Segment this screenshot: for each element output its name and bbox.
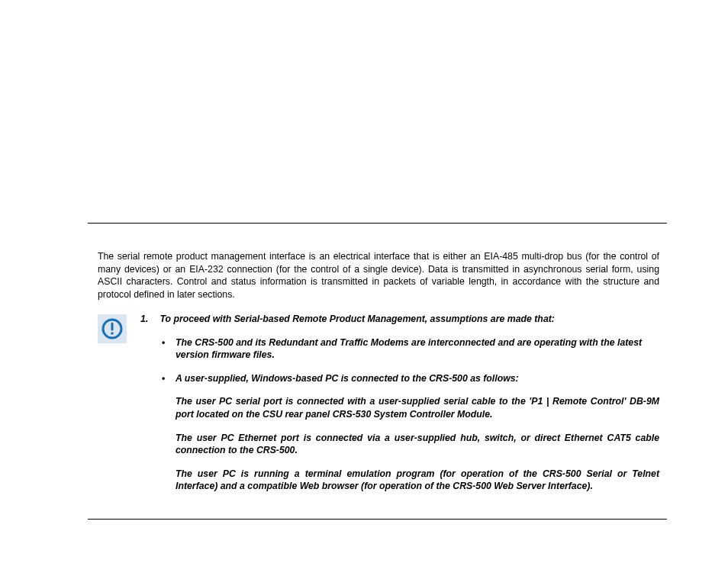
note-lead: 1. To proceed with Serial-based Remote P…	[140, 313, 659, 326]
sub-paragraph: The user PC Ethernet port is connected v…	[176, 432, 659, 457]
note-sub-paragraphs: The user PC serial port is connected wit…	[176, 395, 659, 493]
note-content: 1. To proceed with Serial-based Remote P…	[140, 313, 659, 493]
rule-top	[88, 223, 667, 224]
list-item: The CRS-500 and its Redundant and Traffi…	[162, 336, 659, 362]
info-icon	[98, 314, 127, 343]
note-number: 1.	[140, 313, 157, 326]
intro-paragraph: The serial remote product management int…	[98, 250, 659, 301]
list-item: A user-supplied, Windows-based PC is con…	[162, 372, 659, 385]
sub-paragraph: The user PC serial port is connected wit…	[176, 395, 659, 420]
note-block: 1. To proceed with Serial-based Remote P…	[98, 313, 659, 503]
sub-paragraph: The user PC is running a terminal emulat…	[176, 468, 659, 493]
rule-bottom	[88, 519, 667, 520]
note-lead-text: To proceed with Serial-based Remote Prod…	[159, 314, 555, 324]
svg-point-2	[111, 332, 114, 335]
note-bullets: The CRS-500 and its Redundant and Traffi…	[162, 336, 659, 385]
